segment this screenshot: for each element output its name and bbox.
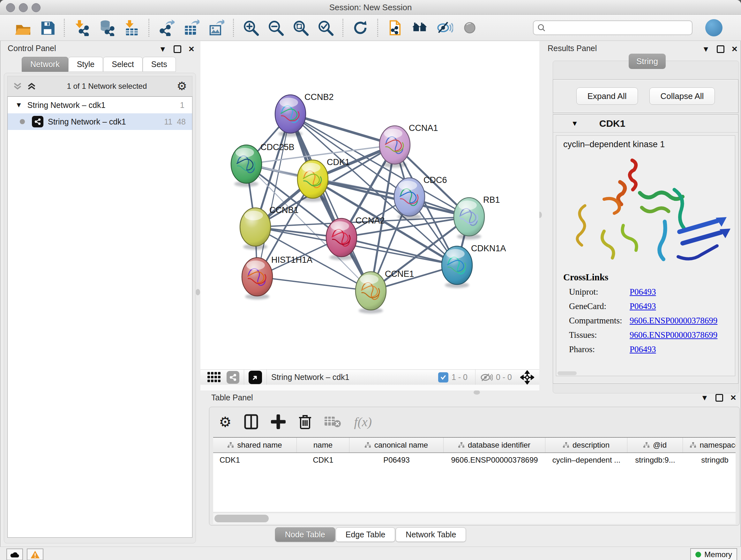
zoom-out-button[interactable] — [266, 18, 285, 37]
home-button[interactable] — [411, 18, 429, 37]
refresh-button[interactable] — [351, 18, 369, 37]
tab-select[interactable]: Select — [103, 57, 142, 72]
delete-table-icon — [325, 415, 341, 428]
tab-style[interactable]: Style — [68, 57, 104, 72]
string-panel-toggle-icon[interactable] — [226, 371, 239, 384]
column-header--id[interactable]: @id — [627, 438, 683, 452]
table-toolbar: ⚙ f(x) — [219, 412, 372, 432]
selected-nodes-checkbox-icon[interactable] — [438, 372, 448, 382]
node-CCNB1[interactable]: CCNB1 — [240, 205, 299, 250]
cell-canonical-name: P06493 — [349, 453, 444, 467]
cloud-status-button[interactable] — [6, 549, 23, 560]
gene-entry-header[interactable]: ▼ CDK1 — [553, 115, 738, 132]
column-header-canonical-name[interactable]: canonical name — [349, 438, 444, 452]
edge-CCNB2-HIST1H1A[interactable] — [257, 114, 290, 277]
zoom-fit-button[interactable] — [291, 18, 310, 37]
table-header-row: shared namenamecanonical namedatabase id… — [213, 438, 736, 453]
close-panel-icon[interactable]: ✕ — [188, 45, 195, 53]
edge-CCNA2-CDKN1A[interactable] — [341, 238, 457, 265]
tab-string[interactable]: String — [629, 54, 666, 69]
crosslink-link[interactable]: P06493 — [630, 301, 656, 311]
status-bar: Memory — [0, 547, 741, 560]
string-document-button[interactable] — [386, 18, 404, 37]
horizontal-splitter-handle[interactable] — [474, 390, 480, 395]
edge-CCNB2-CCNA1[interactable] — [290, 114, 395, 145]
export-table-button[interactable] — [182, 18, 200, 37]
import-table-button[interactable] — [122, 18, 141, 37]
table-settings-gear-icon[interactable]: ⚙ — [219, 414, 231, 430]
node-CCNE1[interactable]: CCNE1 — [355, 269, 414, 314]
show-columns-icon[interactable] — [244, 414, 258, 430]
export-network-button[interactable] — [157, 18, 176, 37]
import-table-icon — [123, 19, 140, 36]
hide-unhide-button[interactable] — [435, 18, 454, 37]
node-RB1[interactable]: RB1 — [454, 195, 500, 240]
crosslink-link[interactable]: P06493 — [630, 287, 656, 297]
tab-network-table[interactable]: Network Table — [396, 527, 466, 542]
results-hscroll-thumb[interactable] — [557, 371, 577, 375]
node-CCNA2[interactable]: CCNA2 — [326, 216, 385, 260]
expand-all-button[interactable]: Expand All — [576, 87, 638, 105]
export-image-icon — [208, 19, 224, 36]
open-in-browser-icon[interactable] — [249, 371, 262, 384]
add-column-plus-icon[interactable] — [271, 415, 286, 429]
memory-button[interactable]: Memory — [690, 548, 737, 560]
collapse-all-networks-icon[interactable] — [12, 81, 23, 91]
network-collection-row[interactable]: ▼ String Network – cdk1 1 — [8, 97, 192, 113]
expand-all-networks-icon[interactable] — [26, 81, 37, 91]
cell--id: stringdb:9... — [627, 453, 683, 467]
save-session-button[interactable] — [38, 18, 56, 37]
inspect-eye-button[interactable] — [461, 18, 479, 37]
fit-selected-crosshair-icon[interactable] — [520, 370, 534, 384]
tab-network[interactable]: Network — [22, 57, 68, 72]
node-CDKN1A[interactable]: CDKN1A — [442, 244, 506, 288]
edge-count: 48 — [177, 117, 186, 126]
export-image-button[interactable] — [207, 18, 225, 37]
search-input[interactable] — [533, 20, 692, 35]
delete-column-trash-icon[interactable] — [298, 414, 312, 430]
birds-eye-view-icon[interactable] — [207, 372, 221, 383]
table-tabs: Node TableEdge TableNetwork Table — [0, 527, 741, 542]
column-header-name[interactable]: name — [297, 438, 349, 452]
warnings-button[interactable] — [27, 549, 44, 560]
gene-disclosure-icon[interactable]: ▼ — [571, 119, 578, 128]
import-network-button[interactable] — [72, 18, 91, 37]
collapse-panel-icon[interactable]: ▼ — [159, 45, 166, 53]
crosslink-link[interactable]: 9606.ENSP00000378699 — [630, 330, 718, 340]
help-button[interactable] — [705, 19, 723, 37]
left-splitter-handle[interactable] — [196, 289, 200, 295]
column-label: name — [313, 441, 333, 449]
node-HIST1H1A[interactable]: HIST1H1A — [242, 255, 313, 300]
float-table-icon[interactable] — [716, 394, 723, 401]
crosslink-link[interactable]: P06493 — [630, 345, 656, 354]
tab-sets[interactable]: Sets — [143, 57, 176, 72]
float-panel-icon[interactable] — [174, 45, 181, 53]
tab-edge-table[interactable]: Edge Table — [336, 527, 395, 542]
node-count: 11 — [164, 117, 172, 126]
zoom-selected-button[interactable] — [316, 18, 335, 37]
collapse-all-button[interactable]: Collapse All — [650, 87, 715, 105]
node-CCNB2[interactable]: CCNB2 — [275, 92, 334, 137]
network-canvas[interactable]: CCNB2 CCNA1 CDC25B CDK1 CDC6 RB1 CCNB1 C… — [200, 41, 539, 369]
column-header-shared-name[interactable]: shared name — [213, 438, 297, 452]
zoom-out-icon — [267, 19, 284, 36]
open-session-button[interactable] — [13, 18, 31, 37]
table-hscroll-thumb[interactable] — [214, 515, 269, 522]
gene-details-box: cyclin–dependent kinase 1 — [556, 135, 735, 376]
column-header-namespace[interactable]: namespace — [683, 438, 736, 452]
network-options-gear-icon[interactable]: ⚙ — [177, 79, 187, 93]
import-database-button[interactable] — [97, 18, 116, 37]
column-header-database-identifier[interactable]: database identifier — [444, 438, 545, 452]
column-header-description[interactable]: description — [545, 438, 627, 452]
close-table-icon[interactable]: ✕ — [730, 394, 737, 401]
zoom-in-button[interactable] — [242, 18, 260, 37]
tab-node-table[interactable]: Node Table — [275, 527, 335, 542]
network-row-selected[interactable]: String Network – cdk1 11 48 — [8, 113, 192, 130]
collection-disclosure-icon[interactable]: ▼ — [15, 101, 22, 109]
edge-HIST1H1A-CCNE1[interactable] — [257, 277, 371, 291]
selected-counts: 1 - 0 — [452, 373, 468, 382]
table-row[interactable]: CDK1CDK1P064939606.ENSP00000378699cyclin… — [213, 453, 736, 467]
crosslink-link[interactable]: 9606.ENSP00000378699 — [630, 316, 718, 326]
collapse-table-icon[interactable]: ▼ — [701, 394, 709, 401]
node-CCNA1[interactable]: CCNA1 — [380, 123, 438, 168]
